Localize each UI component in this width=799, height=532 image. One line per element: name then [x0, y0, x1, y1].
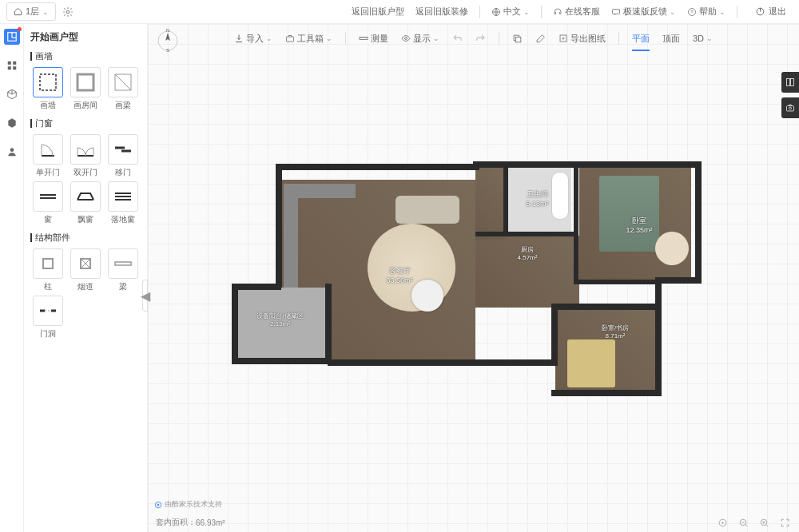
zoom-out-button[interactable]: [737, 516, 749, 529]
tool-draw-wall[interactable]: 画墙: [30, 67, 65, 111]
svg-point-54: [157, 503, 160, 506]
undo-button[interactable]: [452, 34, 463, 44]
svg-point-14: [10, 148, 14, 152]
headset-icon: [553, 7, 562, 17]
svg-rect-13: [13, 66, 16, 69]
fullscreen-button[interactable]: [778, 516, 791, 529]
label-bath: 卫生间5.13m²: [511, 189, 563, 208]
hexagon-icon: [6, 117, 18, 129]
rail-person[interactable]: [4, 144, 20, 160]
tool-column[interactable]: 柱: [30, 248, 65, 292]
tool-bay-window[interactable]: 飘窗: [68, 181, 102, 225]
floor-selector[interactable]: 1层 ⌄: [6, 2, 56, 21]
svg-point-52: [789, 107, 792, 109]
status-bar: 套内面积： 66.93m²: [148, 513, 799, 532]
section-struct: 结构部件: [30, 232, 141, 244]
feedback-link[interactable]: 极速版反馈⌄: [611, 6, 676, 18]
right-float-tools: [781, 72, 799, 123]
camera-button[interactable]: [781, 97, 799, 118]
tool-double-door[interactable]: 双开门: [68, 134, 102, 178]
copy-icon: [512, 34, 523, 44]
svg-rect-29: [43, 259, 53, 268]
tab-3d[interactable]: 3D⌄: [693, 34, 713, 43]
rail-cube[interactable]: [4, 86, 20, 102]
svg-rect-2: [613, 9, 620, 14]
chat-icon: [611, 7, 621, 17]
gear-icon[interactable]: [62, 6, 74, 18]
left-rail: [0, 24, 24, 532]
svg-rect-15: [40, 74, 56, 90]
column-icon: [37, 252, 59, 275]
tool-draw-room[interactable]: 画房间: [68, 67, 102, 111]
svg-line-58: [745, 524, 747, 526]
top-right: 返回旧版户型 返回旧版装修 中文⌄ 在线客服 极速版反馈⌄ ? 帮助⌄ 退出: [352, 2, 793, 21]
eye-icon: [401, 34, 411, 43]
erase-button[interactable]: [535, 34, 546, 44]
svg-rect-38: [360, 38, 368, 40]
separator: [345, 32, 346, 45]
language-selector[interactable]: 中文⌄: [491, 6, 530, 18]
zoom-controls: [716, 516, 791, 529]
floor-label: 1层: [26, 6, 39, 18]
tool-sliding-door[interactable]: 移门: [106, 134, 141, 178]
rail-floorplan[interactable]: [4, 29, 20, 45]
section-wall: 画墙: [30, 50, 141, 62]
chevron-down-icon: ⌄: [42, 8, 49, 16]
tool-single-door[interactable]: 单开门: [30, 134, 65, 178]
return-old-plan-link[interactable]: 返回旧版户型: [352, 6, 404, 18]
return-old-deco-link[interactable]: 返回旧版装修: [415, 6, 468, 18]
tool-draw-beam[interactable]: 画梁: [106, 67, 141, 111]
label-bed: 卧室12.35m²: [611, 216, 667, 234]
table: [411, 280, 443, 312]
export-button[interactable]: 导出图纸: [559, 33, 606, 45]
ruler-icon: [359, 34, 368, 43]
help-link[interactable]: ? 帮助⌄: [687, 6, 725, 18]
split-icon: [785, 77, 795, 87]
room-icon: [74, 71, 97, 93]
service-link[interactable]: 在线客服: [553, 6, 600, 18]
chevron-down-icon: ⌄: [719, 8, 725, 16]
exit-button[interactable]: 退出: [749, 2, 793, 21]
tool-window[interactable]: 窗: [30, 181, 65, 225]
tool-opening[interactable]: 门洞: [30, 296, 65, 339]
import-button[interactable]: 导入⌄: [234, 33, 272, 45]
svg-rect-44: [515, 37, 521, 42]
toolbox-button[interactable]: 工具箱⌄: [285, 33, 332, 45]
tool-beam2[interactable]: 梁: [106, 248, 141, 292]
zoom-fit-button[interactable]: [716, 516, 729, 529]
display-button[interactable]: 显示⌄: [401, 33, 439, 45]
zoom-in-button[interactable]: [757, 516, 770, 529]
svg-rect-50: [791, 79, 794, 86]
tab-ceiling[interactable]: 顶面: [662, 33, 680, 45]
sidebar-title: 开始画户型: [30, 30, 141, 44]
section-door: 门窗: [30, 117, 141, 129]
kitchen-counter: [284, 184, 298, 288]
divider: [737, 6, 737, 18]
zoom-out-icon: [738, 518, 749, 528]
wall-icon: [37, 71, 59, 93]
fullscreen-icon: [780, 518, 790, 528]
svg-rect-12: [7, 66, 10, 69]
collapse-handle[interactable]: ◀: [142, 280, 148, 312]
bay-window-icon: [74, 185, 97, 208]
redo-button[interactable]: [475, 34, 486, 44]
rail-hex[interactable]: [4, 115, 20, 131]
canvas[interactable]: ◀ 导入⌄ 工具箱⌄ 测量 显示⌄ 导出图纸 平面 顶面 3D⌄ N: [148, 24, 799, 532]
measure-button[interactable]: 测量: [359, 33, 388, 45]
help-icon: ?: [687, 7, 697, 17]
target-icon: [718, 518, 728, 528]
tool-floor-window[interactable]: 落地窗: [106, 181, 141, 225]
chevron-down-icon: ⌄: [523, 8, 530, 16]
svg-point-0: [66, 10, 70, 14]
svg-point-43: [404, 38, 407, 40]
label-balcony: 设备阳台/储藏区2.18m²: [238, 312, 322, 328]
svg-rect-37: [286, 37, 293, 42]
tab-plan[interactable]: 平面: [632, 33, 650, 45]
rail-grid[interactable]: [4, 58, 20, 73]
tool-flue[interactable]: 烟道: [68, 248, 102, 292]
label-living: 客餐厅33.56m²: [372, 266, 427, 284]
corridor2: [475, 168, 507, 240]
copy-button[interactable]: [512, 34, 523, 44]
split-view-button[interactable]: [781, 72, 799, 93]
svg-line-18: [115, 74, 131, 90]
